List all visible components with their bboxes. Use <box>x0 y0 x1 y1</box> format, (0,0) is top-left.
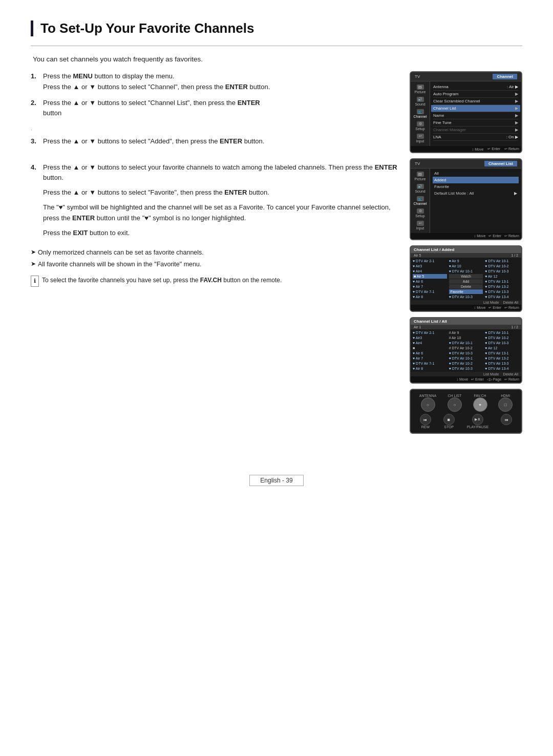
page-title: To Set-Up Your Favorite Channels <box>40 20 522 36</box>
cg-item: ♥ DTV Air 13-1 <box>485 351 519 355</box>
cg-item: ♥ DTV Air 7-1 <box>413 361 447 366</box>
screens-column: TV Channel 🖼 Picture 🔊 Sound 📺 Channel <box>410 71 522 434</box>
menu-lna-label: LNA <box>433 135 441 139</box>
tv-screen-3-header: Channel List / Added <box>411 246 521 253</box>
remote-stop-btn[interactable]: ⏹ <box>443 414 455 425</box>
cg-item: ♥ Air 9 <box>449 259 483 263</box>
cg-subheader-right-3: 1 / 2 <box>511 254 518 257</box>
content-wrap: 1. Press the MENU button to display the … <box>31 71 522 434</box>
tv-screen-3: Channel List / Added Air 5 1 / 2 ♥ DTV A… <box>410 245 522 312</box>
cg-item: ♥ DTV Air 10-2 <box>449 361 483 366</box>
cg-item: ♥ Air4 <box>413 269 447 274</box>
tv-sidebar-2: 🖼 Picture 🔊 Sound 📺 Channel ⚙ Setup <box>411 169 430 233</box>
cg-delete-all-4: Delete All <box>503 372 518 376</box>
footer-return-3: ↩ Return <box>504 306 519 310</box>
remote-play-col: ▶⏸ PLAY/PAUSE <box>467 414 489 429</box>
cg-item: ♥ DTV Air 10-2 <box>485 335 519 340</box>
cg-item: ♥ DTV Air 13-3 <box>485 289 519 294</box>
cl-default-list-mode: Default List Mode : All ▶ <box>433 190 519 197</box>
footer-move-2: ↕ Move <box>474 234 486 238</box>
intro-text: You can set channels you watch frequentl… <box>33 55 522 63</box>
remote-rew-label: REW <box>420 425 431 429</box>
sidebar-2-setup-icon: ⚙ <box>417 208 424 214</box>
remote-stop-col: ⏹ STOP <box>443 414 455 429</box>
sidebar-2-input: ↩ Input <box>412 219 429 232</box>
cg-item: ♥ DTV Air 2-1 <box>413 330 447 335</box>
remote-play-btn[interactable]: ▶⏸ <box>472 414 483 425</box>
tv-screen-1-header: TV Channel <box>411 72 521 81</box>
tv-screen-2-footer: ↕ Move ↵ Enter ↩ Return <box>411 233 521 239</box>
remote-play-label: PLAY/PAUSE <box>467 425 489 429</box>
cg-item: ♥ Air 10 <box>449 264 483 268</box>
remote-ff-btn[interactable]: ⏭ <box>501 414 512 425</box>
cg-header-title-4: Channel List / All <box>414 319 447 324</box>
remote-hdmi-btn[interactable]: □ <box>498 397 513 412</box>
tv-screen-4-menu-row: List Mode Delete All <box>411 372 521 376</box>
cg-item: ♥ DTV Air 10-3 <box>449 295 483 299</box>
tv-screen-3-menu-row: List Mode Delete All <box>411 300 521 305</box>
cg-item: ♥ Air 12 <box>485 274 519 279</box>
remote-chlist-btn[interactable]: ○ <box>448 397 462 412</box>
cg-item: ♥ DTV Air 10-1 <box>449 341 483 345</box>
menu-auto-program-arrow: ▶ <box>515 92 518 96</box>
sidebar-2-sound: 🔊 Sound <box>412 182 429 195</box>
tv-screen-2: TV Channel List 🖼 Picture 🔊 Sound 📺 Cha <box>410 158 522 240</box>
cg-item: # Air 10 <box>449 335 483 340</box>
menu-lna: LNA : On ▶ <box>433 134 518 141</box>
cg-item: ♥ DTV Air 10-1 <box>449 356 483 361</box>
sidebar-picture-label: Picture <box>415 90 426 94</box>
sidebar-sound: 🔊 Sound <box>412 95 429 108</box>
remote-chlist-col: CH LIST ○ <box>448 394 462 412</box>
remote-antenna-col: ANTENNA ○ <box>419 394 436 412</box>
remote-ff-col: ⏭ <box>501 414 512 429</box>
remote-antenna-btn[interactable]: ○ <box>421 397 435 412</box>
cg-item: ♥ Air 8 <box>413 366 447 371</box>
remote-control: ANTENNA ○ CH LIST ○ FAV.CH ♥ HDMI □ <box>410 389 522 434</box>
sidebar-2-picture-icon: 🖼 <box>417 172 424 177</box>
note-line-2: ➤ All favorite channels will be shown in… <box>31 259 397 269</box>
step-1-num: 1. <box>31 71 39 93</box>
footer-enter-3: ↵ Enter <box>488 306 501 310</box>
channel-icon: 📺 <box>417 109 424 114</box>
tv-screen-3-subheader: Air 5 1 / 2 <box>411 253 521 258</box>
dot-separator: . <box>31 124 397 133</box>
cg-item: ♥ Air4 <box>413 341 447 345</box>
sidebar-2-setup: ⚙ Setup <box>412 207 429 219</box>
tv-screen-3-grid: ♥ DTV Air 2-1 ♥ Air 9 ♥ DTV Air 10-1 ♥ A… <box>411 258 521 300</box>
cg-item: ♥ DTV Air 10-3 <box>449 351 483 355</box>
tv-screen-3-footer: ↕ Move ↵ Enter ↩ Return <box>411 305 521 311</box>
remote-hdmi-col: HDMI □ <box>498 394 513 412</box>
menu-channel-manager-arrow: ▶ <box>515 128 518 132</box>
remote-chlist-label: CH LIST <box>448 394 462 397</box>
step-4-line-2: Press the ▲ or ▼ buttons to select "Favo… <box>43 187 397 198</box>
remote-rew-btn[interactable]: ⏮ <box>420 414 431 425</box>
menu-antenna-value: : Air ▶ <box>507 85 518 89</box>
sidebar-2-sound-icon: 🔊 <box>417 184 424 189</box>
sidebar-2-channel: 📺 Channel <box>412 195 429 207</box>
cg-favorite-hl: Favorite <box>449 289 483 294</box>
tv-screen-1-header-left: TV <box>415 74 420 79</box>
sidebar-sound-label: Sound <box>415 102 425 106</box>
tv-screen-2-header-left: TV <box>415 161 420 166</box>
tv-screen-1: TV Channel 🖼 Picture 🔊 Sound 📺 Channel <box>410 71 522 153</box>
note-text-2: All favorite channels will be shown in t… <box>38 259 201 269</box>
remote-favch-btn[interactable]: ♥ <box>473 397 487 412</box>
notes-block: ➤ Only memorized channels can be set as … <box>31 247 397 269</box>
cg-item: ♥ DTV Air 13-2 <box>485 356 519 361</box>
cg-item: ■ <box>413 346 447 350</box>
step-1-line-1: Press the MENU button to display the men… <box>43 71 397 82</box>
step-3-num: 3. <box>31 136 39 147</box>
tv-screen-2-header-right: Channel List <box>484 161 517 166</box>
setup-icon: ⚙ <box>417 121 424 127</box>
cg-item: ♥ Air 8 <box>413 295 447 299</box>
footer-return-1: ↩ Return <box>504 147 519 151</box>
tv-screen-1-footer: ↕ Move ↵ Enter ↩ Return <box>411 146 521 152</box>
menu-name-label: Name <box>433 113 444 118</box>
tv-screen-2-body: 🖼 Picture 🔊 Sound 📺 Channel ⚙ Setup <box>411 169 521 233</box>
tv-screen-4-subheader: Air 1 1 / 2 <box>411 325 521 329</box>
page-footer-wrap: English - 39 <box>31 454 522 486</box>
remote-antenna-label: ANTENNA <box>419 394 436 397</box>
cg-item: ♥ DTV Air 13-2 <box>485 284 519 289</box>
menu-lna-value: : On ▶ <box>506 135 518 139</box>
cg-item-highlight: ■ Air 5 <box>413 274 447 279</box>
